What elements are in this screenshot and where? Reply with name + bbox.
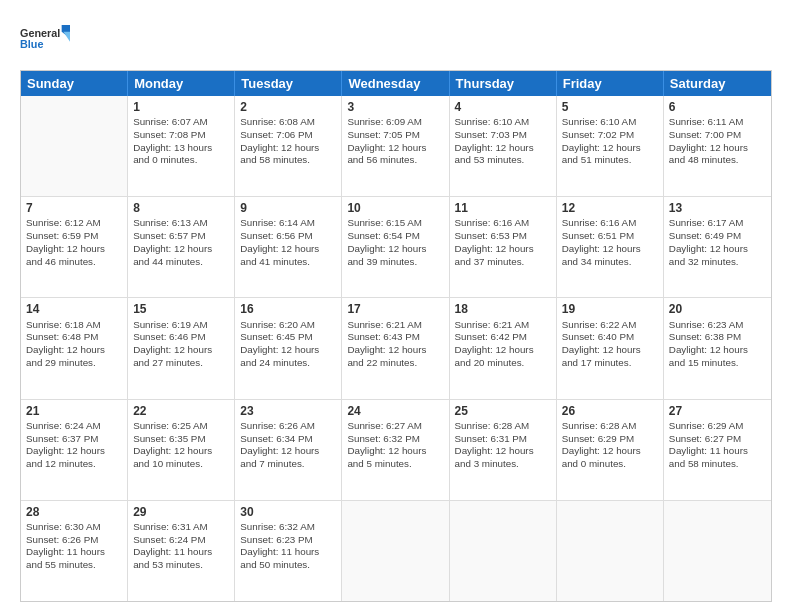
day-info: Sunrise: 6:14 AMSunset: 6:56 PMDaylight:… [240, 217, 336, 268]
day-number: 6 [669, 99, 766, 115]
cal-cell: 7 Sunrise: 6:12 AMSunset: 6:59 PMDayligh… [21, 197, 128, 297]
cal-cell: 5 Sunrise: 6:10 AMSunset: 7:02 PMDayligh… [557, 96, 664, 196]
day-number: 9 [240, 200, 336, 216]
day-info: Sunrise: 6:19 AMSunset: 6:46 PMDaylight:… [133, 319, 229, 370]
header-day-monday: Monday [128, 71, 235, 96]
cal-cell [557, 501, 664, 601]
week-row-2: 14 Sunrise: 6:18 AMSunset: 6:48 PMDaylig… [21, 298, 771, 399]
cal-cell: 11 Sunrise: 6:16 AMSunset: 6:53 PMDaylig… [450, 197, 557, 297]
cal-cell [664, 501, 771, 601]
header-day-sunday: Sunday [21, 71, 128, 96]
cal-cell: 28 Sunrise: 6:30 AMSunset: 6:26 PMDaylig… [21, 501, 128, 601]
day-info: Sunrise: 6:16 AMSunset: 6:53 PMDaylight:… [455, 217, 551, 268]
cal-cell: 12 Sunrise: 6:16 AMSunset: 6:51 PMDaylig… [557, 197, 664, 297]
day-info: Sunrise: 6:17 AMSunset: 6:49 PMDaylight:… [669, 217, 766, 268]
svg-text:Blue: Blue [20, 38, 43, 50]
day-number: 29 [133, 504, 229, 520]
cal-cell: 10 Sunrise: 6:15 AMSunset: 6:54 PMDaylig… [342, 197, 449, 297]
day-info: Sunrise: 6:11 AMSunset: 7:00 PMDaylight:… [669, 116, 766, 167]
day-number: 7 [26, 200, 122, 216]
week-row-1: 7 Sunrise: 6:12 AMSunset: 6:59 PMDayligh… [21, 197, 771, 298]
cal-cell: 23 Sunrise: 6:26 AMSunset: 6:34 PMDaylig… [235, 400, 342, 500]
day-info: Sunrise: 6:15 AMSunset: 6:54 PMDaylight:… [347, 217, 443, 268]
day-number: 14 [26, 301, 122, 317]
day-number: 24 [347, 403, 443, 419]
cal-cell: 20 Sunrise: 6:23 AMSunset: 6:38 PMDaylig… [664, 298, 771, 398]
cal-cell: 1 Sunrise: 6:07 AMSunset: 7:08 PMDayligh… [128, 96, 235, 196]
cal-cell: 8 Sunrise: 6:13 AMSunset: 6:57 PMDayligh… [128, 197, 235, 297]
day-number: 3 [347, 99, 443, 115]
day-number: 18 [455, 301, 551, 317]
day-number: 16 [240, 301, 336, 317]
cal-cell: 9 Sunrise: 6:14 AMSunset: 6:56 PMDayligh… [235, 197, 342, 297]
day-number: 12 [562, 200, 658, 216]
cal-cell: 30 Sunrise: 6:32 AMSunset: 6:23 PMDaylig… [235, 501, 342, 601]
day-number: 26 [562, 403, 658, 419]
day-info: Sunrise: 6:12 AMSunset: 6:59 PMDaylight:… [26, 217, 122, 268]
cal-cell: 18 Sunrise: 6:21 AMSunset: 6:42 PMDaylig… [450, 298, 557, 398]
header: General Blue [20, 20, 772, 60]
cal-cell [342, 501, 449, 601]
cal-cell: 13 Sunrise: 6:17 AMSunset: 6:49 PMDaylig… [664, 197, 771, 297]
cal-cell: 17 Sunrise: 6:21 AMSunset: 6:43 PMDaylig… [342, 298, 449, 398]
day-number: 4 [455, 99, 551, 115]
day-info: Sunrise: 6:26 AMSunset: 6:34 PMDaylight:… [240, 420, 336, 471]
day-number: 17 [347, 301, 443, 317]
cal-cell [21, 96, 128, 196]
day-number: 1 [133, 99, 229, 115]
week-row-3: 21 Sunrise: 6:24 AMSunset: 6:37 PMDaylig… [21, 400, 771, 501]
day-info: Sunrise: 6:16 AMSunset: 6:51 PMDaylight:… [562, 217, 658, 268]
day-number: 27 [669, 403, 766, 419]
cal-cell: 24 Sunrise: 6:27 AMSunset: 6:32 PMDaylig… [342, 400, 449, 500]
day-number: 13 [669, 200, 766, 216]
day-number: 19 [562, 301, 658, 317]
cal-cell: 16 Sunrise: 6:20 AMSunset: 6:45 PMDaylig… [235, 298, 342, 398]
day-info: Sunrise: 6:27 AMSunset: 6:32 PMDaylight:… [347, 420, 443, 471]
header-day-saturday: Saturday [664, 71, 771, 96]
cal-cell: 15 Sunrise: 6:19 AMSunset: 6:46 PMDaylig… [128, 298, 235, 398]
day-info: Sunrise: 6:20 AMSunset: 6:45 PMDaylight:… [240, 319, 336, 370]
cal-cell: 14 Sunrise: 6:18 AMSunset: 6:48 PMDaylig… [21, 298, 128, 398]
cal-cell [450, 501, 557, 601]
day-info: Sunrise: 6:24 AMSunset: 6:37 PMDaylight:… [26, 420, 122, 471]
cal-cell: 4 Sunrise: 6:10 AMSunset: 7:03 PMDayligh… [450, 96, 557, 196]
day-number: 21 [26, 403, 122, 419]
day-info: Sunrise: 6:13 AMSunset: 6:57 PMDaylight:… [133, 217, 229, 268]
day-number: 28 [26, 504, 122, 520]
day-number: 30 [240, 504, 336, 520]
day-info: Sunrise: 6:08 AMSunset: 7:06 PMDaylight:… [240, 116, 336, 167]
cal-cell: 27 Sunrise: 6:29 AMSunset: 6:27 PMDaylig… [664, 400, 771, 500]
header-day-friday: Friday [557, 71, 664, 96]
day-info: Sunrise: 6:10 AMSunset: 7:03 PMDaylight:… [455, 116, 551, 167]
cal-cell: 19 Sunrise: 6:22 AMSunset: 6:40 PMDaylig… [557, 298, 664, 398]
calendar-body: 1 Sunrise: 6:07 AMSunset: 7:08 PMDayligh… [21, 96, 771, 601]
day-info: Sunrise: 6:28 AMSunset: 6:29 PMDaylight:… [562, 420, 658, 471]
day-info: Sunrise: 6:22 AMSunset: 6:40 PMDaylight:… [562, 319, 658, 370]
day-number: 10 [347, 200, 443, 216]
calendar-header: SundayMondayTuesdayWednesdayThursdayFrid… [21, 71, 771, 96]
day-info: Sunrise: 6:28 AMSunset: 6:31 PMDaylight:… [455, 420, 551, 471]
day-info: Sunrise: 6:29 AMSunset: 6:27 PMDaylight:… [669, 420, 766, 471]
page: General Blue SundayMondayTuesdayWednesda… [0, 0, 792, 612]
header-day-tuesday: Tuesday [235, 71, 342, 96]
day-number: 5 [562, 99, 658, 115]
cal-cell: 2 Sunrise: 6:08 AMSunset: 7:06 PMDayligh… [235, 96, 342, 196]
day-number: 15 [133, 301, 229, 317]
cal-cell: 22 Sunrise: 6:25 AMSunset: 6:35 PMDaylig… [128, 400, 235, 500]
day-info: Sunrise: 6:07 AMSunset: 7:08 PMDaylight:… [133, 116, 229, 167]
day-info: Sunrise: 6:25 AMSunset: 6:35 PMDaylight:… [133, 420, 229, 471]
cal-cell: 21 Sunrise: 6:24 AMSunset: 6:37 PMDaylig… [21, 400, 128, 500]
day-number: 23 [240, 403, 336, 419]
day-info: Sunrise: 6:10 AMSunset: 7:02 PMDaylight:… [562, 116, 658, 167]
day-number: 8 [133, 200, 229, 216]
logo-svg: General Blue [20, 20, 70, 60]
day-info: Sunrise: 6:09 AMSunset: 7:05 PMDaylight:… [347, 116, 443, 167]
day-info: Sunrise: 6:31 AMSunset: 6:24 PMDaylight:… [133, 521, 229, 572]
cal-cell: 3 Sunrise: 6:09 AMSunset: 7:05 PMDayligh… [342, 96, 449, 196]
day-info: Sunrise: 6:18 AMSunset: 6:48 PMDaylight:… [26, 319, 122, 370]
cal-cell: 6 Sunrise: 6:11 AMSunset: 7:00 PMDayligh… [664, 96, 771, 196]
svg-marker-3 [63, 32, 70, 42]
header-day-thursday: Thursday [450, 71, 557, 96]
cal-cell: 29 Sunrise: 6:31 AMSunset: 6:24 PMDaylig… [128, 501, 235, 601]
day-info: Sunrise: 6:30 AMSunset: 6:26 PMDaylight:… [26, 521, 122, 572]
